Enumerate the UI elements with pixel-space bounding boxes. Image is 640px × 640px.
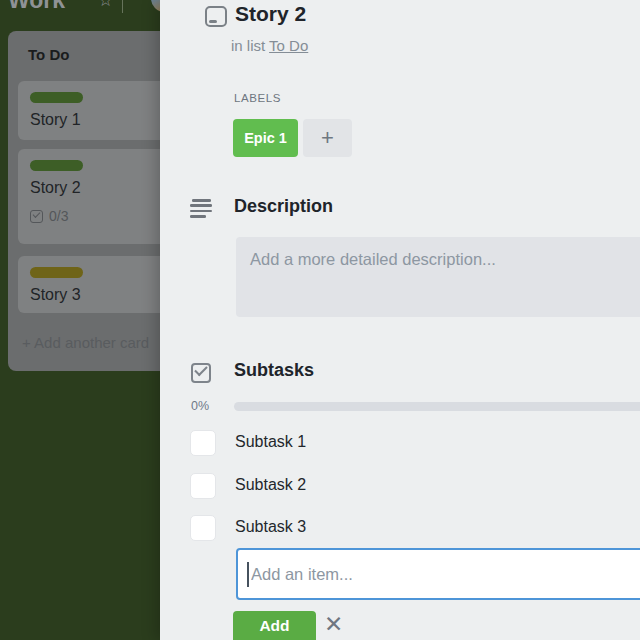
header-divider [122,0,123,13]
card-location: in list To Do [231,37,308,54]
subtask-row: Subtask 1 [190,430,610,456]
labels-header: LABELS [234,92,281,104]
board-background: Work ☆ To Do Story 1 Story 2 0/3 Story 3 [0,0,160,640]
checklist-badge: 0/3 [30,208,160,224]
todo-list: To Do Story 1 Story 2 0/3 Story 3 + Add … [8,31,160,371]
user-avatar[interactable] [151,0,160,12]
subtask-row: Subtask 3 [190,515,610,541]
list-title[interactable]: To Do [28,46,69,63]
add-label-button[interactable]: + [303,119,352,157]
description-placeholder: Add a more detailed description... [250,250,496,268]
description-heading: Description [234,196,333,217]
card-title: Story 3 [30,285,160,305]
subtask-checkbox[interactable] [190,473,216,499]
subtask-label[interactable]: Subtask 3 [235,518,306,536]
subtasks-icon [191,363,211,383]
card-title: Story 2 [30,178,160,198]
description-icon [190,199,212,218]
subtask-label[interactable]: Subtask 1 [235,433,306,451]
description-box[interactable]: Add a more detailed description... [236,237,640,317]
subtask-row: Subtask 2 [190,473,610,499]
add-button[interactable]: Add [233,611,316,640]
board-title[interactable]: Work [8,0,65,14]
checklist-icon [30,210,43,223]
progress-percent: 0% [191,399,209,413]
progress-bar [234,402,640,411]
label-chip-epic-1[interactable]: Epic 1 [233,119,298,157]
in-list-prefix: in list [231,37,269,54]
list-link[interactable]: To Do [269,37,308,54]
label-pill-yellow [30,267,83,278]
subtask-label[interactable]: Subtask 2 [235,476,306,494]
subtask-checkbox[interactable] [190,515,216,541]
card-title: Story 1 [30,110,160,130]
subtasks-heading: Subtasks [234,360,314,381]
card-story-1[interactable]: Story 1 [18,81,160,140]
card-story-2[interactable]: Story 2 0/3 [18,149,160,244]
card-detail-modal: Story 2 in list To Do LABELS Epic 1 + De… [160,0,640,640]
star-icon[interactable]: ☆ [98,0,113,9]
text-caret [247,562,249,587]
close-icon[interactable]: ✕ [324,613,343,636]
add-another-card-button[interactable]: + Add another card [22,334,149,351]
label-pill-green [30,92,83,103]
add-item-input[interactable] [236,548,640,600]
subtask-checkbox[interactable] [190,430,216,456]
card-detail-title[interactable]: Story 2 [235,2,306,26]
checklist-count: 0/3 [49,208,68,224]
card-story-3[interactable]: Story 3 [18,256,160,313]
card-icon [205,6,227,27]
screen: Work ☆ To Do Story 1 Story 2 0/3 Story 3 [0,0,640,640]
label-pill-green [30,160,83,171]
